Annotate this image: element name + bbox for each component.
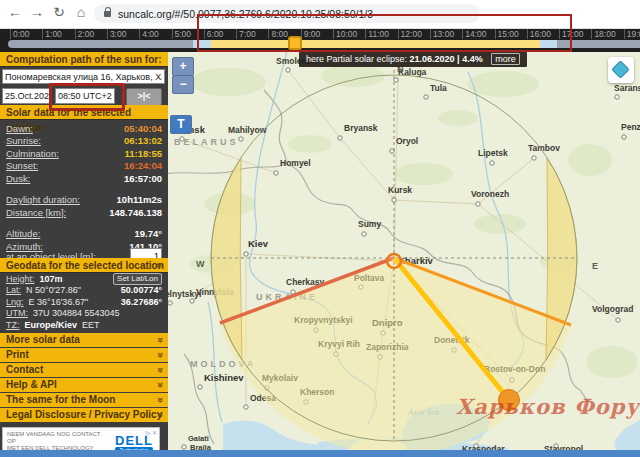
city-label: Mahilyow — [228, 125, 267, 135]
hour-tick — [430, 29, 431, 39]
sidebar-menu: More solar data»Print»Contact»Help & API… — [0, 333, 168, 423]
geodata-header[interactable]: Geodata for the selected location » — [0, 258, 168, 273]
lat-label[interactable]: Lat: — [6, 285, 21, 295]
solar-row-value: 148.746.138 — [109, 207, 162, 218]
map-svg: MinskMahilyowSmolenskKalugaTulaBryanskOr… — [168, 52, 640, 450]
solar-row-label[interactable]: Dawn: — [6, 123, 33, 134]
hour-label: 14:00 — [465, 29, 486, 39]
city-label: Volgograd — [592, 304, 633, 314]
solar-row-label[interactable]: Culmination: — [6, 148, 59, 159]
map-button-t[interactable]: T — [170, 115, 192, 134]
city-label: Braila — [190, 443, 212, 450]
hour-label: 9:00 — [304, 29, 321, 39]
hour-tick — [365, 29, 366, 39]
solar-row-value: 19.74° — [134, 228, 162, 239]
expand-icon: » — [153, 412, 167, 418]
city-marker — [190, 299, 194, 303]
time-slider-handle[interactable] — [288, 36, 302, 50]
lng-label[interactable]: Lng: — [6, 297, 24, 307]
hour-label: 13:00 — [433, 29, 454, 39]
solar-row-label[interactable]: Daylight duration: — [6, 194, 80, 205]
solar-row-value: 16:57:00 — [124, 173, 162, 184]
address-input[interactable] — [2, 69, 165, 84]
home-icon[interactable]: ⌂ — [72, 4, 90, 20]
hour-label: 10:00 — [336, 29, 357, 39]
hour-label: 18:00 — [594, 29, 615, 39]
tz-value: Europe/Kiev — [25, 320, 78, 330]
city-marker — [239, 137, 243, 141]
back-icon[interactable]: ← — [6, 4, 24, 20]
date-input[interactable] — [2, 88, 52, 104]
city-marker — [198, 385, 202, 389]
expand-icon: » — [153, 352, 167, 358]
tz-label[interactable]: TZ: — [6, 320, 20, 330]
hour-tick — [42, 29, 43, 39]
layers-control[interactable] — [608, 57, 634, 83]
city-marker — [338, 136, 342, 140]
address-bar[interactable]: suncalc.org/#/50.0077,36.2769.6/2020.10.… — [94, 4, 480, 23]
city-label: Saransk — [614, 83, 640, 93]
city-marker — [274, 171, 278, 175]
city-label: Oryol — [396, 136, 418, 146]
hour-label: 11:00 — [368, 29, 389, 39]
hour-label: 7:00 — [239, 29, 256, 39]
hour-label: 17:00 — [562, 29, 583, 39]
utm-value: 37U 304884 5543045 — [33, 308, 120, 318]
collapse-icon[interactable]: » — [153, 263, 168, 269]
more-button[interactable]: more — [491, 53, 520, 65]
city-label: Khmelnytskyi — [168, 289, 201, 299]
hour-tick — [559, 29, 560, 39]
city-marker — [615, 95, 619, 99]
hour-label: 4:00 — [142, 29, 159, 39]
sun-position-disc[interactable] — [499, 390, 520, 411]
computation-header: Computation path of the sun for: — [0, 52, 168, 67]
solar-row-value: 10h11m2s — [117, 194, 162, 205]
time-slider[interactable]: 0:001:002:003:004:005:006:007:008:009:00… — [0, 28, 640, 52]
set-latlon-button[interactable]: Set Lat/Lon — [113, 273, 162, 285]
solar-data-row: Daylight duration:10h11m2s — [0, 194, 168, 207]
solar-row-label[interactable]: Distance [km]: — [6, 207, 66, 218]
solar-data-header: Solar data for the selected location — [0, 105, 168, 120]
sidebar-menu-item[interactable]: The same for the Moon» — [0, 393, 168, 407]
now-sync-button[interactable]: >|< — [126, 88, 162, 106]
hour-label: 5:00 — [175, 29, 192, 39]
location-marker[interactable] — [387, 254, 401, 268]
hour-tick — [204, 29, 205, 39]
sidebar-menu-item[interactable]: Legal Disclosure / Privacy Policy» — [0, 408, 168, 422]
sidebar-menu-item[interactable]: More solar data» — [0, 333, 168, 347]
solar-row-value: 16:24:04 — [124, 160, 162, 171]
browser-toolbar: ← → ↻ ⌂ suncalc.org/#/50.0077,36.2769.6/… — [0, 0, 640, 29]
zoom-in-button[interactable]: + — [172, 57, 194, 76]
time-input[interactable] — [55, 88, 115, 104]
city-marker — [168, 301, 172, 305]
daylight-track[interactable] — [8, 40, 640, 48]
hour-label: 1:00 — [45, 29, 62, 39]
sidebar-menu-item[interactable]: Print» — [0, 348, 168, 362]
solar-row-label[interactable]: Altitude: — [6, 228, 40, 239]
solar-row-label[interactable]: Dusk: — [6, 173, 30, 184]
city-marker — [532, 156, 536, 160]
city-marker — [476, 202, 480, 206]
refresh-icon[interactable]: ↻ — [50, 4, 68, 20]
hour-tick — [495, 29, 496, 39]
solar-row-label[interactable]: Sunrise: — [6, 135, 41, 146]
city-marker — [616, 318, 620, 322]
url-text[interactable]: suncalc.org/#/50.0077,36.2769.6/2020.10.… — [118, 8, 373, 20]
city-label: Tula — [430, 83, 447, 93]
city-label: Tambov — [528, 143, 560, 153]
hour-tick — [236, 29, 237, 39]
forward-icon[interactable]: → — [28, 4, 46, 20]
sidebar-menu-item[interactable]: Contact» — [0, 363, 168, 377]
sidebar-menu-item[interactable]: Help & API» — [0, 378, 168, 392]
city-marker — [286, 68, 290, 72]
solar-row-label[interactable]: Sunset: — [6, 160, 38, 171]
region-label: BELARUS — [174, 137, 239, 147]
zoom-out-button[interactable]: − — [172, 75, 194, 94]
height-label[interactable]: Height: — [6, 274, 35, 284]
solar-row-value: 11:18:55 — [124, 148, 162, 159]
map-canvas[interactable]: MinskMahilyowSmolenskKalugaTulaBryanskOr… — [168, 52, 640, 450]
city-label: Penza — [621, 122, 640, 132]
hour-tick — [591, 29, 592, 39]
hour-tick — [75, 29, 76, 39]
utm-label[interactable]: UTM: — [6, 308, 28, 318]
